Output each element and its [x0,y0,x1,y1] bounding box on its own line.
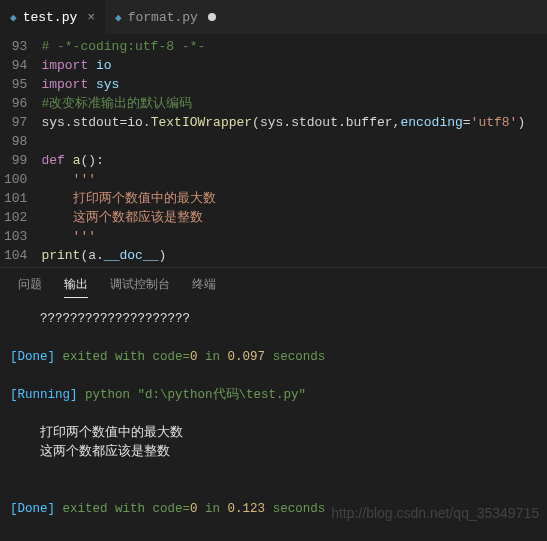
code-line[interactable]: 打印两个数值中的最大数 [41,189,525,208]
code-token: import [41,58,88,73]
output-token: exited with [55,350,153,364]
code-token [65,153,73,168]
code-token: io [88,58,111,73]
code-line[interactable]: def a(): [41,151,525,170]
code-line[interactable]: #改变标准输出的默认编码 [41,94,525,113]
dirty-indicator-icon [208,13,216,21]
output-token: exited with [55,502,153,516]
code-token: 这两个数都应该是整数 [41,210,202,225]
line-number: 104 [4,246,27,265]
code-line[interactable]: ''' [41,170,525,189]
code-line[interactable]: import io [41,56,525,75]
code-token: print [41,248,80,263]
line-number: 102 [4,208,27,227]
tab-bar: ◆test.py×◆format.py [0,0,547,35]
code-token: io [127,115,143,130]
file-tab[interactable]: ◆format.py [105,0,226,34]
line-number: 96 [4,94,27,113]
code-token: sys [41,115,64,130]
output-token: 0.123 [228,502,266,516]
output-token: = [183,350,191,364]
code-token: __doc__ [104,248,159,263]
output-line [10,367,537,386]
output-line: [Running] python "d:\python代码\test.py" [10,386,537,405]
output-token: python [78,388,138,402]
code-line[interactable]: # -*-coding:utf-8 -*- [41,37,525,56]
code-line[interactable] [41,132,525,151]
panel-tab[interactable]: 调试控制台 [110,276,170,298]
python-file-icon: ◆ [10,11,17,24]
code-token: = [463,115,471,130]
code-line[interactable]: sys.stdout=io.TextIOWrapper(sys.stdout.b… [41,113,525,132]
output-token: = [183,502,191,516]
code-line[interactable]: import sys [41,75,525,94]
tab-label: test.py [23,10,78,25]
code-token: 打印两个数值中的最大数 [41,191,215,206]
code-token: . [338,115,346,130]
code-token: import [41,77,88,92]
code-token: stdout [291,115,338,130]
code-line[interactable]: ''' [41,227,525,246]
code-token: ''' [41,172,96,187]
panel-tab-bar: 问题输出调试控制台终端 [0,268,547,306]
output-line [10,405,537,424]
code-token: TextIOWrapper [151,115,252,130]
python-file-icon: ◆ [115,11,122,24]
code-token: buffer [346,115,393,130]
output-line [10,481,537,500]
code-token: # -*-coding:utf-8 -*- [41,39,205,54]
code-token: sys [260,115,283,130]
output-token: seconds [265,350,325,364]
code-token: ) [517,115,525,130]
line-number: 94 [4,56,27,75]
output-line: 打印两个数值中的最大数 [10,424,537,443]
output-token: in [198,350,228,364]
panel-tab[interactable]: 终端 [192,276,216,298]
tab-label: format.py [128,10,198,25]
line-number: 95 [4,75,27,94]
code-token: (): [80,153,103,168]
output-line: ???????????????????? [10,310,537,329]
line-number-gutter: 93949596979899100101102103104 [0,35,41,267]
code-token: 'utf8' [471,115,518,130]
output-token: seconds [265,502,325,516]
code-token: ) [158,248,166,263]
output-line [10,329,537,348]
code-token: sys [88,77,119,92]
line-number: 99 [4,151,27,170]
code-token: a [88,248,96,263]
panel-tab[interactable]: 输出 [64,276,88,298]
line-number: 101 [4,189,27,208]
output-token: 打印两个数值中的最大数 [40,426,183,440]
panel-tab[interactable]: 问题 [18,276,42,298]
line-number: 103 [4,227,27,246]
output-token: 这两个数都应该是整数 [40,445,170,459]
output-token: [Done] [10,502,55,516]
code-editor[interactable]: 93949596979899100101102103104 # -*-codin… [0,35,547,267]
output-token: [Done] [10,350,55,364]
code-token: stdout [73,115,120,130]
code-token: . [283,115,291,130]
output-line: [Done] exited with code=0 in 0.097 secon… [10,348,537,367]
close-icon[interactable]: × [87,10,95,25]
file-tab[interactable]: ◆test.py× [0,0,105,34]
output-line: 这两个数都应该是整数 [10,443,537,462]
output-token: 0 [190,502,198,516]
output-token: 0 [190,350,198,364]
code-line[interactable]: print(a.__doc__) [41,246,525,265]
output-line [10,462,537,481]
output-token: in [198,502,228,516]
output-content[interactable]: ???????????????????? [Done] exited with … [0,306,547,529]
code-content[interactable]: # -*-coding:utf-8 -*-import ioimport sys… [41,35,525,267]
output-token: code [153,350,183,364]
watermark: http://blog.csdn.net/qq_35349715 [331,505,539,521]
line-number: 97 [4,113,27,132]
bottom-panel: 问题输出调试控制台终端 ???????????????????? [Done] … [0,267,547,529]
code-token: . [143,115,151,130]
code-token: #改变标准输出的默认编码 [41,96,192,111]
code-token: . [96,248,104,263]
output-token: code [153,502,183,516]
line-number: 93 [4,37,27,56]
code-line[interactable]: 这两个数都应该是整数 [41,208,525,227]
output-token: 0.097 [228,350,266,364]
